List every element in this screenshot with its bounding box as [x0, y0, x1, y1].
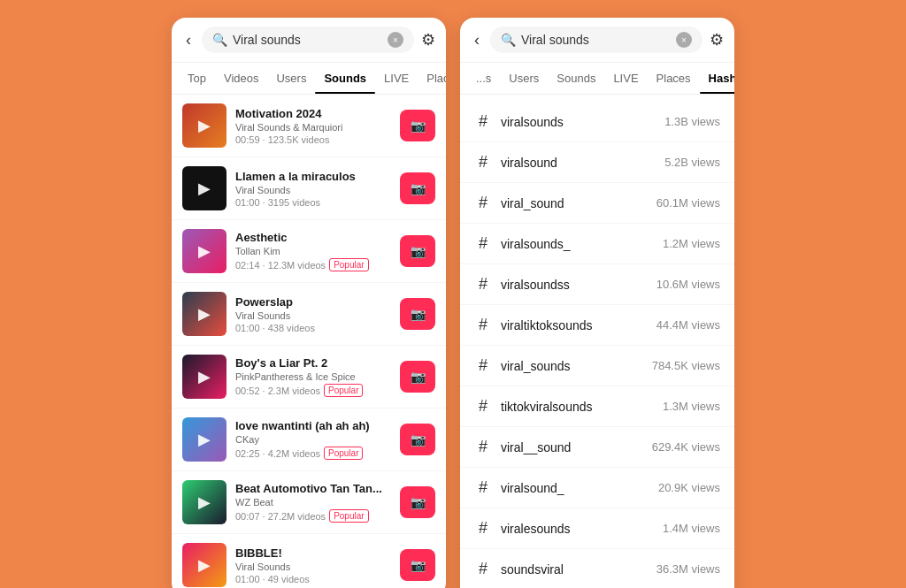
camera-icon: 📷 [411, 307, 426, 321]
use-sound-button[interactable]: 📷 [400, 298, 435, 330]
sound-artist: WZ Beat [235, 497, 391, 508]
sound-thumbnail[interactable]: ▶ [182, 543, 226, 587]
right-tab-hashtags[interactable]: Hashtags [700, 63, 734, 94]
sound-thumbnail[interactable]: ▶ [182, 480, 226, 524]
hashtag-item[interactable]: # tiktokviralsounds 1.3M views [460, 386, 734, 427]
hashtag-item[interactable]: # viralsound_ 20.9K views [460, 468, 734, 508]
hashtag-name: viralsound_ [501, 481, 649, 495]
hashtag-item[interactable]: # viral_sound 60.1M views [460, 183, 734, 224]
hashtag-item[interactable]: # viralsoundss 10.6M views [460, 264, 734, 305]
sound-artist: Viral Sounds [235, 185, 391, 195]
hashtag-item[interactable]: # viralesounds 1.4M views [460, 508, 734, 549]
hash-icon: # [474, 112, 492, 131]
sound-thumbnail[interactable]: ▶ [182, 417, 226, 462]
use-sound-button[interactable]: 📷 [400, 486, 435, 518]
hash-icon: # [474, 560, 492, 578]
sound-artist: Viral Sounds & Marquiori [235, 122, 391, 133]
use-sound-button[interactable]: 📷 [400, 549, 435, 581]
hashtag-list: # viralsounds 1.3B views # viralsound 5.… [460, 95, 734, 588]
tab-sounds[interactable]: Sounds [315, 63, 375, 94]
tab-places[interactable]: Places [418, 63, 446, 94]
right-search-query: Viral sounds [521, 33, 671, 47]
use-sound-button[interactable]: 📷 [400, 235, 435, 267]
hashtag-name: viralesounds [501, 522, 654, 536]
use-sound-button[interactable]: 📷 [400, 110, 435, 141]
sound-artist: CKay [235, 434, 391, 445]
sound-artist: Tollan Kim [235, 246, 391, 256]
sound-title: Boy's a Liar Pt. 2 [235, 356, 391, 370]
right-tab-sounds[interactable]: Sounds [548, 63, 604, 94]
hashtag-views: 1.3M views [663, 400, 720, 413]
search-icon: 🔍 [212, 33, 227, 47]
tab-users[interactable]: Users [267, 63, 315, 94]
tab-top[interactable]: Top [179, 63, 215, 94]
popular-badge: Popular [324, 384, 363, 397]
sound-thumbnail[interactable]: ▶ [182, 292, 226, 336]
right-search-input-wrapper[interactable]: 🔍 Viral sounds × [490, 27, 703, 53]
left-panel: ‹ 🔍 Viral sounds × ⚙ Top Videos Users So… [172, 18, 446, 588]
use-sound-button[interactable]: 📷 [400, 424, 435, 455]
hashtag-name: viralsoundss [501, 278, 648, 292]
sound-info: Motivation 2024 Viral Sounds & Marquiori… [235, 107, 391, 145]
hashtag-item[interactable]: # viralsounds 1.3B views [460, 102, 734, 142]
right-back-button[interactable]: ‹ [471, 27, 483, 53]
sound-item: ▶ Powerslap Viral Sounds 01:00 · 438 vid… [172, 283, 446, 346]
hashtag-views: 60.1M views [656, 196, 720, 210]
play-icon: ▶ [198, 179, 211, 198]
left-filter-button[interactable]: ⚙ [421, 30, 435, 50]
hashtag-views: 5.2B views [664, 156, 720, 169]
hashtag-name: viral_sounds [501, 359, 643, 373]
sound-thumbnail[interactable]: ▶ [182, 103, 226, 148]
sounds-list: ▶ Motivation 2024 Viral Sounds & Marquio… [172, 95, 446, 588]
hash-icon: # [474, 316, 492, 334]
left-back-button[interactable]: ‹ [182, 27, 195, 53]
hashtag-views: 36.3M views [656, 562, 720, 576]
sound-item: ▶ Llamen a la miraculos Viral Sounds 01:… [172, 157, 446, 220]
use-sound-button[interactable]: 📷 [400, 172, 435, 204]
hashtag-item[interactable]: # viral_sounds 784.5K views [460, 346, 734, 386]
play-icon: ▶ [198, 304, 211, 324]
sound-thumbnail[interactable]: ▶ [182, 229, 226, 273]
sound-artist: PinkPantheress & Ice Spice [235, 371, 391, 382]
right-tab-live[interactable]: LIVE [604, 63, 647, 94]
sound-info: BIBBLE! Viral Sounds 01:00 · 49 videos [235, 546, 391, 584]
tab-videos[interactable]: Videos [215, 63, 268, 94]
hashtag-item[interactable]: # viral__sound 629.4K views [460, 427, 734, 468]
sound-meta: 01:00 · 49 videos [235, 574, 391, 584]
sound-item: ▶ love nwantinti (ah ah ah) CKay 02:25 ·… [172, 409, 446, 471]
hashtag-views: 629.4K views [652, 440, 720, 454]
sound-thumbnail[interactable]: ▶ [182, 355, 226, 399]
hashtag-item[interactable]: # viralsound 5.2B views [460, 142, 734, 183]
left-clear-button[interactable]: × [388, 32, 403, 48]
hashtag-item[interactable]: # viraltiktoksounds 44.4M views [460, 305, 734, 346]
sound-info: Powerslap Viral Sounds 01:00 · 438 video… [235, 295, 391, 333]
hashtag-name: viral__sound [501, 440, 643, 454]
hashtag-name: viralsounds_ [501, 237, 654, 251]
right-tab-top[interactable]: ...s [467, 63, 500, 94]
camera-icon: 📷 [411, 181, 426, 195]
sound-meta: 00:07 · 27.2M videos Popular [235, 509, 391, 523]
right-filter-button[interactable]: ⚙ [710, 30, 724, 50]
sound-item: ▶ BIBBLE! Viral Sounds 01:00 · 49 videos… [172, 534, 446, 588]
sound-item: ▶ Aesthetic Tollan Kim 02:14 · 12.3M vid… [172, 220, 446, 283]
hash-icon: # [474, 478, 492, 497]
sound-info: Aesthetic Tollan Kim 02:14 · 12.3M video… [235, 231, 391, 271]
hashtag-views: 10.6M views [656, 278, 720, 291]
sound-info: Boy's a Liar Pt. 2 PinkPantheress & Ice … [235, 356, 391, 397]
sound-title: Motivation 2024 [235, 107, 391, 120]
right-clear-button[interactable]: × [676, 32, 692, 48]
right-tab-places[interactable]: Places [648, 63, 700, 94]
hashtag-item[interactable]: # soundsviral 36.3M views [460, 549, 734, 588]
hashtag-item[interactable]: # viralsounds_ 1.2M views [460, 224, 734, 264]
play-icon: ▶ [198, 555, 211, 575]
duration: 00:59 · 123.5K videos [235, 134, 329, 145]
left-search-input-wrapper[interactable]: 🔍 Viral sounds × [202, 27, 414, 53]
hashtag-views: 1.3B views [664, 115, 720, 128]
right-tab-users[interactable]: Users [500, 63, 548, 94]
tab-live[interactable]: LIVE [375, 63, 418, 94]
play-icon: ▶ [198, 430, 211, 449]
sound-meta: 01:00 · 438 videos [235, 323, 391, 333]
sound-thumbnail[interactable]: ▶ [182, 166, 226, 210]
use-sound-button[interactable]: 📷 [400, 361, 435, 393]
sound-meta: 02:25 · 4.2M videos Popular [235, 447, 391, 460]
